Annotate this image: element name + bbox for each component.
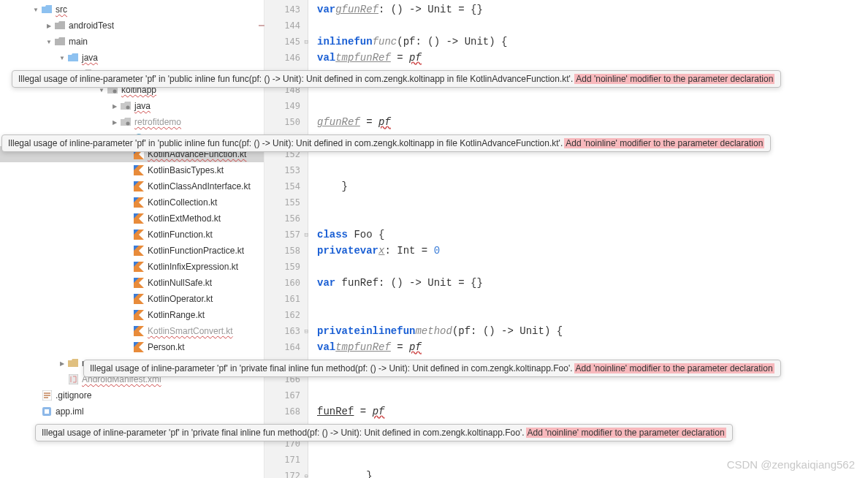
tree-arrow-icon[interactable]: [124, 167, 132, 174]
tooltip-fix[interactable]: Add 'noinline' modifier to the parameter…: [574, 363, 774, 373]
gutter-line-167[interactable]: 167: [264, 387, 308, 403]
gutter-line-150[interactable]: 150: [264, 114, 308, 130]
tree-item-kotlincollection-kt[interactable]: KotlinCollection.kt: [0, 194, 264, 210]
gutter-line-162[interactable]: 162: [264, 307, 308, 323]
gutter-line-149[interactable]: 149: [264, 98, 308, 114]
tree-arrow-icon[interactable]: ▶: [58, 360, 66, 367]
code-line-155[interactable]: [308, 194, 868, 210]
tree-arrow-icon[interactable]: [124, 215, 132, 222]
tree-arrow-icon[interactable]: [124, 295, 132, 303]
tree-item-kotlinbasictypes-kt[interactable]: KotlinBasicTypes.kt: [0, 162, 264, 178]
tree-item-kotlinoperator-kt[interactable]: KotlinOperator.kt: [0, 291, 264, 307]
code-line-161[interactable]: [308, 291, 868, 307]
tooltip-fix[interactable]: Add 'noinline' modifier to the parameter…: [574, 74, 774, 84]
folder-icon: [54, 37, 66, 47]
code-line-150[interactable]: gfunRef = pf: [308, 114, 868, 130]
tree-item-androidtest[interactable]: ▶androidTest: [0, 18, 264, 34]
gutter-line-172[interactable]: 172⊖: [264, 468, 308, 478]
code-line-159[interactable]: [308, 259, 868, 275]
error-tooltip[interactable]: Illegal usage of inline-parameter 'pf' i…: [35, 424, 733, 441]
error-tooltip[interactable]: Illegal usage of inline-parameter 'pf' i…: [83, 360, 781, 377]
gutter-line-158[interactable]: 158: [264, 243, 308, 259]
gutter-line-161[interactable]: 161: [264, 291, 308, 307]
tree-item--gitignore[interactable]: .gitignore: [0, 387, 264, 403]
gutter-line-155[interactable]: 155: [264, 194, 308, 210]
fold-open-icon[interactable]: ⊟: [305, 327, 308, 335]
tree-item-app-iml[interactable]: app.iml: [0, 403, 264, 420]
tree-arrow-icon[interactable]: ▶: [111, 102, 118, 110]
tree-item-kotlinnullsafe-kt[interactable]: KotlinNullSafe.kt: [0, 275, 264, 291]
tree-arrow-icon[interactable]: [124, 247, 132, 254]
tree-item-java[interactable]: ▼java: [0, 50, 264, 66]
tree-item-person-kt[interactable]: Person.kt: [0, 339, 264, 355]
tree-item-kotlinextmethod-kt[interactable]: KotlinExtMethod.kt: [0, 210, 264, 227]
fold-close-icon[interactable]: ⊖: [305, 472, 308, 478]
code-line-145[interactable]: inline fun func(pf: () -> Unit) {: [308, 34, 868, 50]
gutter-line-143[interactable]: 143: [264, 1, 308, 18]
gutter-line-160[interactable]: 160: [264, 275, 308, 291]
gutter-line-145[interactable]: 145⊟: [264, 34, 308, 50]
code-line-157[interactable]: class Foo {: [308, 227, 868, 243]
tree-item-label: src: [56, 4, 67, 15]
tree-item-retrofitdemo[interactable]: ▶retrofitdemo: [0, 114, 264, 130]
gutter-line-164[interactable]: 164: [264, 339, 308, 355]
tree-arrow-icon[interactable]: ▼: [45, 38, 53, 45]
tree-arrow-icon[interactable]: [32, 392, 39, 399]
gutter-line-168[interactable]: 168: [264, 403, 308, 420]
gutter-line-144[interactable]: 144: [264, 18, 308, 34]
error-tooltip[interactable]: Illegal usage of inline-parameter 'pf' i…: [12, 70, 781, 88]
tree-item-kotlinfunctionpractice-kt[interactable]: KotlinFunctionPractice.kt: [0, 243, 264, 259]
tree-arrow-icon[interactable]: [124, 344, 132, 351]
tree-arrow-icon[interactable]: [58, 376, 66, 383]
code-line-158[interactable]: private var x: Int = 0: [308, 243, 868, 259]
tree-arrow-icon[interactable]: [124, 311, 132, 319]
tree-item-kotlininfixexpression-kt[interactable]: KotlinInfixExpression.kt: [0, 259, 264, 275]
tree-arrow-icon[interactable]: ▶: [45, 22, 53, 29]
tooltip-fix[interactable]: Add 'noinline' modifier to the parameter…: [526, 428, 726, 438]
tree-arrow-icon[interactable]: [124, 183, 132, 190]
tree-arrow-icon[interactable]: [124, 231, 132, 238]
tree-arrow-icon[interactable]: [124, 199, 132, 206]
tree-arrow-icon[interactable]: [124, 327, 132, 335]
gutter-line-157[interactable]: 157⊟: [264, 227, 308, 243]
code-line-153[interactable]: [308, 162, 868, 178]
tree-item-java[interactable]: ▶java: [0, 98, 264, 114]
tree-item-label: retrofitdemo: [134, 117, 181, 127]
gutter-line-154[interactable]: 154: [264, 178, 308, 194]
code-line-146[interactable]: val tmpfunRef = pf: [308, 50, 868, 66]
tree-item-kotlinfunction-kt[interactable]: KotlinFunction.kt: [0, 227, 264, 243]
code-line-156[interactable]: [308, 210, 868, 227]
code-line-144[interactable]: [308, 18, 868, 34]
gutter-line-159[interactable]: 159: [264, 259, 308, 275]
code-line-167[interactable]: [308, 387, 868, 403]
tree-item-src[interactable]: ▼src: [0, 1, 264, 18]
tree-arrow-icon[interactable]: ▼: [32, 6, 39, 13]
tree-arrow-icon[interactable]: [124, 279, 132, 287]
code-line-162[interactable]: [308, 307, 868, 323]
gutter-line-153[interactable]: 153: [264, 162, 308, 178]
gutter-line-163[interactable]: 163⊟: [264, 323, 308, 339]
gutter-line-171[interactable]: 171: [264, 452, 308, 468]
tree-item-kotlinclassandinterface-kt[interactable]: KotlinClassAndInterface.kt: [0, 178, 264, 194]
tree-item-kotlinrange-kt[interactable]: KotlinRange.kt: [0, 307, 264, 323]
code-line-168[interactable]: funRef = pf: [308, 403, 868, 420]
tree-arrow-icon[interactable]: [32, 408, 39, 415]
tree-arrow-icon[interactable]: [124, 263, 132, 270]
resources-icon: [67, 358, 79, 368]
tree-item-kotlinsmartconvert-kt[interactable]: KotlinSmartConvert.kt: [0, 323, 264, 339]
code-line-164[interactable]: val tmpfunRef = pf: [308, 339, 868, 355]
code-line-149[interactable]: [308, 98, 868, 114]
code-line-163[interactable]: private inline fun method(pf: () -> Unit…: [308, 323, 868, 339]
fold-open-icon[interactable]: ⊟: [305, 38, 308, 45]
tooltip-fix[interactable]: Add 'noinline' modifier to the parameter…: [564, 138, 764, 148]
fold-open-icon[interactable]: ⊟: [305, 231, 308, 238]
error-tooltip[interactable]: Illegal usage of inline-parameter 'pf' i…: [1, 134, 771, 152]
gutter-line-146[interactable]: 146: [264, 50, 308, 66]
tree-arrow-icon[interactable]: ▼: [58, 54, 66, 61]
code-line-154[interactable]: }: [308, 178, 868, 194]
code-line-160[interactable]: var funRef: () -> Unit = {}: [308, 275, 868, 291]
gutter-line-156[interactable]: 156: [264, 210, 308, 227]
tree-item-main[interactable]: ▼main: [0, 34, 264, 50]
tree-arrow-icon[interactable]: ▶: [111, 118, 118, 126]
code-line-143[interactable]: var gfunRef: () -> Unit = {}: [308, 1, 868, 18]
